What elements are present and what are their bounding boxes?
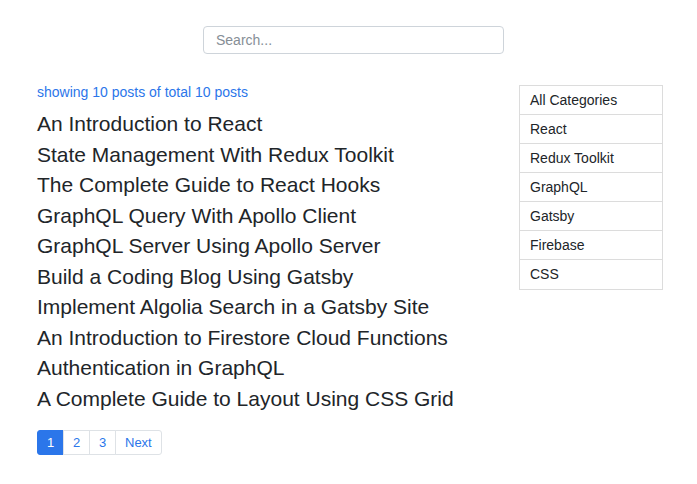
post-title[interactable]: Build a Coding Blog Using Gatsby [37, 262, 507, 293]
post-title[interactable]: GraphQL Query With Apollo Client [37, 201, 507, 232]
post-title[interactable]: State Management With Redux Toolkit [37, 140, 507, 171]
post-title[interactable]: The Complete Guide to React Hooks [37, 170, 507, 201]
category-item-gatsby[interactable]: Gatsby [520, 202, 662, 231]
pagination-page-1[interactable]: 1 [37, 430, 64, 455]
posts-count-status: showing 10 posts of total 10 posts [37, 85, 248, 100]
category-item-react[interactable]: React [520, 115, 662, 144]
category-sidebar: All Categories React Redux Toolkit Graph… [519, 85, 663, 290]
blog-listing-page: showing 10 posts of total 10 posts An In… [0, 0, 697, 484]
category-item-redux-toolkit[interactable]: Redux Toolkit [520, 144, 662, 173]
post-title[interactable]: Authentication in GraphQL [37, 353, 507, 384]
category-item-graphql[interactable]: GraphQL [520, 173, 662, 202]
post-title[interactable]: Implement Algolia Search in a Gatsby Sit… [37, 292, 507, 323]
pagination-page-3[interactable]: 3 [89, 430, 116, 455]
post-title[interactable]: An Introduction to Firestore Cloud Funct… [37, 323, 507, 354]
pagination-page-2[interactable]: 2 [63, 430, 90, 455]
category-item-css[interactable]: CSS [520, 260, 662, 289]
search-input[interactable] [203, 26, 504, 54]
pagination: 1 2 3 Next [37, 430, 162, 455]
post-title[interactable]: GraphQL Server Using Apollo Server [37, 231, 507, 262]
post-title[interactable]: A Complete Guide to Layout Using CSS Gri… [37, 384, 507, 415]
pagination-next-button[interactable]: Next [115, 430, 162, 455]
post-title[interactable]: An Introduction to React [37, 109, 507, 140]
category-item-firebase[interactable]: Firebase [520, 231, 662, 260]
category-item-all-categories[interactable]: All Categories [520, 86, 662, 115]
post-list: An Introduction to React State Managemen… [37, 109, 507, 414]
